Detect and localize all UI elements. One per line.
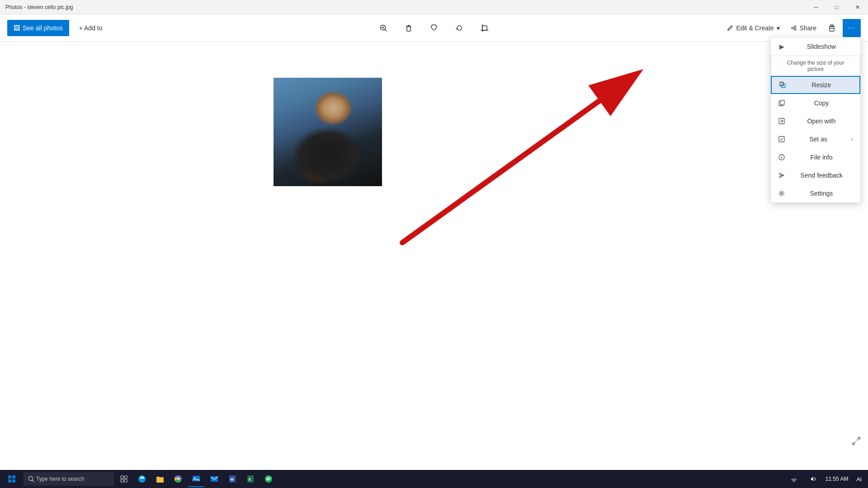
send-feedback-item[interactable]: Send feedback — [771, 166, 860, 184]
see-all-photos-button[interactable]: 🖼 See all photos — [7, 20, 69, 36]
svg-point-24 — [781, 192, 783, 194]
svg-rect-7 — [482, 26, 487, 30]
svg-rect-35 — [121, 476, 123, 479]
time-display: 11:55 AM — [826, 476, 849, 482]
edit-create-button[interactable]: Edit & Create ▾ — [722, 20, 784, 36]
slideshow-item[interactable]: ▶ Slideshow — [771, 38, 860, 56]
taskbar-photos-app[interactable] — [188, 471, 204, 487]
set-as-item[interactable]: Set as › — [771, 130, 860, 148]
share-label: Share — [800, 24, 816, 32]
photo-container — [274, 78, 382, 186]
slideshow-icon: ▶ — [778, 43, 785, 50]
set-as-label: Set as — [790, 136, 847, 143]
resize-label: Resize — [791, 81, 852, 89]
svg-line-10 — [793, 27, 794, 28]
print-button[interactable] — [823, 19, 841, 37]
set-as-icon — [778, 136, 785, 143]
slideshow-label: Slideshow — [790, 43, 853, 50]
copy-item[interactable]: Copy — [771, 94, 860, 112]
taskbar-file-explorer[interactable] — [152, 471, 168, 487]
svg-text:W: W — [230, 477, 234, 482]
resize-item[interactable]: Resize — [771, 76, 860, 94]
svg-rect-17 — [780, 100, 784, 105]
close-button[interactable]: ✕ — [847, 0, 868, 14]
svg-line-26 — [402, 91, 613, 243]
task-view-button[interactable] — [116, 471, 132, 487]
taskbar-chrome[interactable] — [170, 471, 186, 487]
crop-button[interactable] — [476, 19, 494, 37]
favorite-button[interactable] — [425, 19, 443, 37]
maximize-button[interactable]: □ — [826, 0, 847, 14]
volume-icon[interactable] — [806, 471, 822, 487]
photo-image — [274, 78, 382, 186]
add-to-label: + Add to — [79, 24, 103, 32]
send-feedback-label: Send feedback — [790, 172, 853, 179]
dropdown-menu: ▶ Slideshow Change the size of your pict… — [770, 37, 861, 203]
resize-tooltip: Change the size of your picture — [771, 56, 860, 76]
svg-rect-20 — [779, 136, 784, 142]
toolbar-right: Edit & Create ▾ Share ··· ▶ Slideshow Ch… — [722, 19, 861, 37]
file-info-icon — [778, 154, 785, 161]
share-button[interactable]: Share — [786, 20, 821, 36]
more-options-button[interactable]: ··· ▶ Slideshow Change the size of your … — [843, 19, 861, 37]
annotation-arrow — [0, 42, 868, 470]
svg-text:X: X — [248, 477, 251, 482]
minimize-button[interactable]: ─ — [806, 0, 826, 14]
taskbar-mail[interactable] — [206, 471, 222, 487]
svg-line-11 — [793, 28, 794, 29]
more-icon: ··· — [848, 24, 855, 32]
settings-item[interactable]: Settings — [771, 184, 860, 202]
svg-rect-4 — [407, 27, 410, 31]
toolbar-center-icons — [374, 19, 494, 37]
svg-rect-12 — [830, 28, 834, 31]
svg-rect-30 — [12, 475, 15, 479]
copy-icon — [778, 99, 785, 107]
title-bar: Photos - steven cello pic.jpg ─ □ ✕ — [0, 0, 868, 14]
resize-icon — [779, 81, 786, 89]
ai-label: Ai — [856, 476, 862, 483]
svg-point-52 — [793, 481, 794, 482]
svg-rect-32 — [12, 479, 15, 483]
settings-icon — [778, 190, 785, 197]
svg-line-34 — [33, 480, 34, 482]
file-info-label: File info — [790, 154, 853, 161]
taskbar-spotify[interactable] — [260, 471, 277, 487]
add-to-button[interactable]: + Add to — [73, 20, 109, 36]
set-as-arrow-icon: › — [851, 136, 853, 142]
svg-rect-29 — [8, 475, 11, 479]
see-all-photos-label: See all photos — [23, 24, 63, 32]
system-tray: 11:55 AM — [782, 471, 852, 487]
zoom-button[interactable] — [374, 19, 392, 37]
send-feedback-icon — [778, 172, 785, 179]
svg-point-23 — [781, 155, 782, 156]
system-time: 11:55 AM — [826, 476, 849, 482]
svg-rect-38 — [124, 479, 127, 482]
taskbar-excel[interactable]: X — [242, 471, 259, 487]
svg-rect-36 — [124, 476, 127, 479]
taskbar-ai-button[interactable]: Ai — [854, 475, 864, 483]
network-icon[interactable] — [786, 471, 802, 487]
copy-label: Copy — [790, 99, 853, 107]
file-info-item[interactable]: File info — [771, 148, 860, 166]
start-button[interactable] — [4, 471, 20, 487]
search-placeholder: Type here to search — [36, 476, 84, 482]
svg-rect-37 — [121, 479, 123, 482]
photos-icon: 🖼 — [14, 24, 20, 32]
taskbar-search[interactable]: Type here to search — [24, 472, 114, 486]
taskbar-edge[interactable] — [134, 471, 150, 487]
svg-rect-13 — [830, 25, 833, 27]
open-with-item[interactable]: Open with — [771, 112, 860, 130]
window-controls: ─ □ ✕ — [806, 0, 868, 14]
edit-create-label: Edit & Create — [736, 24, 774, 32]
svg-rect-46 — [211, 476, 218, 482]
svg-rect-44 — [193, 476, 200, 481]
taskbar-word[interactable]: W — [224, 471, 241, 487]
rotate-button[interactable] — [450, 19, 468, 37]
main-content — [0, 42, 868, 470]
delete-button[interactable] — [400, 19, 418, 37]
svg-line-28 — [853, 441, 856, 445]
window-title: Photos - steven cello pic.jpg — [5, 4, 73, 10]
expand-icon[interactable] — [852, 436, 861, 447]
svg-line-27 — [857, 437, 860, 441]
chevron-down-icon: ▾ — [777, 24, 780, 32]
